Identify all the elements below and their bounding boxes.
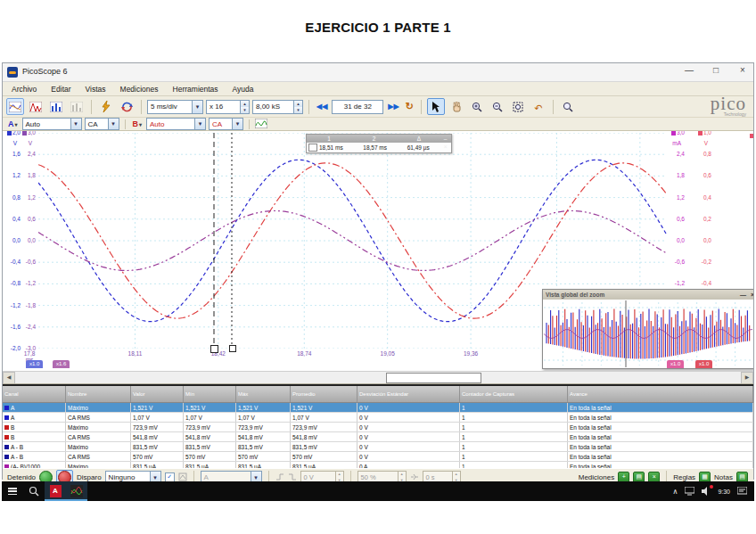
normal-selection-tool[interactable] [427,98,445,115]
table-cell: 831,5 mV [131,442,184,451]
next-buffer-button[interactable] [386,103,400,111]
measurements-table[interactable]: CanalNombreValorMínMáxPromedioDesviación… [3,384,753,468]
zoom-overview-titlebar[interactable]: Vista global del zoom — × [543,290,753,300]
prev-buffer-button[interactable] [315,103,329,111]
spin-up-icon[interactable] [294,101,302,107]
zoom-overview-window[interactable]: Vista global del zoom — × [542,289,753,369]
channel-a-button[interactable]: A [6,119,20,128]
taskbar-picoscope-app-icon[interactable] [66,481,87,501]
restore-button[interactable]: □ [709,65,723,75]
chevron-down-icon[interactable] [232,119,242,129]
column-header[interactable]: Contador de Capturas [460,386,568,402]
column-header[interactable]: Promedio [291,386,357,402]
menu-editar[interactable]: Editar [51,85,70,94]
column-header[interactable]: Canal [3,386,66,402]
axis-tick: 3,0 [669,131,685,136]
chevron-down-icon[interactable] [194,119,205,129]
axis-zoom-tab[interactable]: x1.0 [695,360,712,368]
chart-scrollbar[interactable]: ◀ ▶ [3,371,753,383]
table-row[interactable]: A - BMáximo831,5 mV831,5 mV831,5 mV831,5… [3,442,753,452]
minimize-button[interactable]: — [682,65,696,75]
axis-zoom-tab[interactable]: x1.0 [667,360,684,368]
close-button[interactable]: × [735,65,750,75]
menu-mediciones[interactable]: Mediciones [120,85,159,94]
zoom-overview-button[interactable] [559,98,577,115]
legend-close-icon[interactable]: – × [441,135,451,143]
spin-up-icon[interactable] [241,101,249,107]
scroll-slider[interactable] [386,373,481,383]
table-row[interactable]: ACA RMS1,07 V1,07 V1,07 V1,07 V0 V1En to… [3,413,753,423]
column-header[interactable]: Nombre [66,386,131,402]
spin-down-icon[interactable] [294,107,302,113]
xy-view-button[interactable] [68,98,86,115]
zoom-out-tool[interactable] [489,98,506,115]
pico-logo: pico Technology [711,94,746,117]
chevron-down-icon[interactable] [192,101,202,113]
menu-archivo[interactable]: Archivo [12,85,37,94]
hand-tool[interactable] [448,98,465,115]
legend-collapse-icon[interactable] [308,144,317,152]
table-row[interactable]: AMáximo1,521 V1,521 V1,521 V1,521 V0 V1E… [3,403,753,413]
persistence-view-button[interactable] [47,98,65,115]
column-header[interactable]: Mín [184,386,236,402]
column-header[interactable]: Valor [131,386,184,402]
samples-spinner[interactable]: 8,00 kS [252,100,303,114]
zoom-factor-spinner[interactable]: x 16 [206,100,250,114]
channel-b-range-select[interactable]: Auto [146,118,206,130]
table-row[interactable]: (A- B)/1000Máximo831,5 µA831,5 µA831,5 µ… [3,462,753,468]
overview-minimize-icon[interactable]: — [740,292,746,298]
table-row[interactable]: BCA RMS541,8 mV541,8 mV541,8 mV541,8 mV0… [3,432,753,442]
scope-chart[interactable]: 2,01,61,20,80,40,0-0,4-0,8-1,2-1,6-2,0V … [3,131,753,384]
column-header[interactable]: Máx [236,386,291,402]
taskbar-pdf-app-icon[interactable]: A [45,481,66,501]
zoom-overview-plot[interactable] [544,300,753,367]
channel-a-range-select[interactable]: Auto [22,118,82,130]
ruler-legend[interactable]: 1 2 Δ – × 18,51 ms 18,57 ms 61,49 µs [306,134,452,153]
axis-tick: 2,0 [4,131,21,136]
channel-a-coupling-select[interactable]: CA [85,118,119,130]
start-menu-icon[interactable] [2,481,23,501]
table-cell: En toda la señal [568,403,753,412]
menu-herramientas[interactable]: Herramientas [173,85,218,94]
math-channels-icon[interactable] [255,116,267,132]
table-cell: 831,5 µA [236,462,291,468]
menu-vistas[interactable]: Vistas [86,85,106,94]
undo-zoom-button[interactable] [530,98,547,115]
time-ruler-handle-2[interactable] [229,345,236,352]
marquee-zoom-tool[interactable] [509,98,527,115]
tray-display-icon[interactable] [685,487,694,497]
column-header[interactable]: Avance [568,386,753,402]
table-cell: Máximo [66,442,131,451]
tray-speaker-icon[interactable] [702,487,711,497]
menu-ayuda[interactable]: Ayuda [233,85,254,94]
scope-view-button[interactable] [6,98,24,115]
spin-down-icon[interactable] [241,107,249,113]
axis-zoom-tab[interactable]: x1.0 [26,360,43,368]
tray-chevron-icon[interactable]: ∧ [673,488,678,496]
buffer-overview-button[interactable] [404,101,415,112]
chevron-down-icon[interactable] [70,119,81,129]
taskbar-search-icon[interactable] [23,481,45,501]
buffer-position-field[interactable]: 31 de 32 [332,100,383,114]
table-row[interactable]: A - BCA RMS570 mV570 mV570 mV570 mV0 V1E… [3,452,753,462]
table-cell: 723,9 mV [291,423,357,431]
action-center-icon[interactable] [737,487,747,497]
table-cell: En toda la señal [568,413,753,422]
zoom-in-tool[interactable] [468,98,486,115]
spectrum-view-button[interactable] [27,98,45,115]
time-ruler-handle-1[interactable] [210,345,218,353]
column-header[interactable]: Desviación Estándar [357,386,460,402]
table-row[interactable]: BMáximo723,9 mV723,9 mV723,9 mV723,9 mV0… [3,423,753,432]
channel-b-coupling-select[interactable]: CA [209,118,243,130]
channel-b-button[interactable]: B [131,119,144,128]
axis-zoom-tab[interactable]: x1.6 [53,360,70,368]
timebase-select[interactable]: 5 ms/div [147,100,203,114]
overview-close-icon[interactable]: × [751,292,753,298]
refresh-button[interactable] [118,98,136,115]
chevron-down-icon[interactable] [108,119,119,129]
tray-clock[interactable]: 9:30 [718,489,730,495]
axis-unit: V [21,140,32,146]
scroll-left-icon[interactable]: ◀ [3,372,15,384]
auto-setup-button[interactable] [97,98,115,115]
scroll-right-icon[interactable]: ▶ [741,372,753,384]
